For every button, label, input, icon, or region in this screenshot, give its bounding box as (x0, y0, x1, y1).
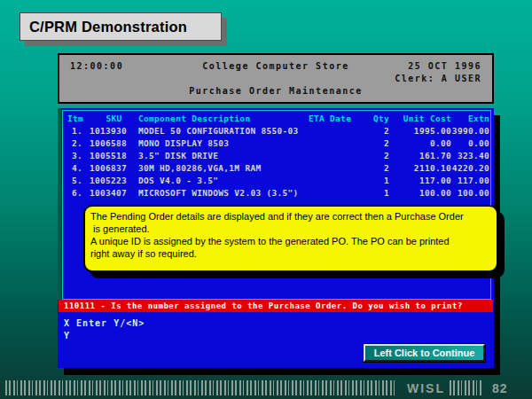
table-cell: 30M HD,80286,VGA,1M RAM (138, 162, 307, 175)
table-cell: 1995.00 (389, 125, 451, 137)
table-cell: 117.00 (451, 175, 490, 187)
table-cell: 5. (63, 175, 90, 187)
table-header-cell: Component Description (138, 113, 307, 125)
table-cell (307, 150, 360, 162)
terminal-date: 25 OCT 1996 (70, 61, 481, 71)
table-cell: 3990.00 (451, 125, 490, 137)
callout-box: The Pending Order details are displayed … (83, 205, 498, 272)
barcode-decoration (5, 380, 396, 395)
table-header-cell: Unit Cost (389, 113, 451, 125)
table-cell (307, 175, 360, 187)
slide-title: C/PRM Demonstration (20, 19, 187, 35)
table-cell: MODEL 50 CONFIGURATION 8550-03 (138, 125, 307, 137)
terminal-header: 12:00:00 College Computer Store 25 OCT 1… (58, 53, 494, 104)
table-row: 1.1013930MODEL 50 CONFIGURATION 8550-032… (63, 125, 490, 137)
table-cell: 3.5" DISK DRIVE (138, 150, 307, 162)
table-cell: 2110.10 (389, 162, 451, 175)
table-cell: MONO DISPLAY 8503 (138, 137, 307, 150)
table-cell: 1. (63, 125, 90, 137)
table-header-cell: ETA Date (307, 113, 360, 125)
table-cell: 323.40 (451, 150, 490, 162)
table-cell: 0.00 (451, 137, 490, 150)
table-header-cell: SKU (90, 113, 138, 125)
table-row: 5.1005223DOS V4.0 - 3.5"1117.00117.00 (63, 175, 490, 187)
continue-button-label: Left Click to Continue (374, 348, 475, 358)
table-cell: 4220.20 (451, 162, 490, 175)
table-header-cell: Qty (360, 113, 389, 125)
table-row: 4.100683730M HD,80286,VGA,1M RAM22110.10… (63, 162, 490, 175)
continue-button[interactable]: Left Click to Continue (364, 344, 485, 362)
table-cell: 1006837 (90, 162, 138, 175)
prompt-line: X Enter Y/<N> (64, 318, 145, 328)
table-header-cell: Extn (451, 113, 490, 125)
callout-text: The Pending Order details are displayed … (90, 210, 491, 260)
footer-brand: WISL (407, 381, 445, 395)
table-cell: 2 (360, 150, 389, 162)
table-cell: 2 (360, 125, 389, 137)
table-cell: 100.00 (451, 187, 490, 200)
table-cell: 1 (360, 175, 389, 187)
table-header-cell: Itm (63, 113, 90, 125)
table-cell: 1006588 (90, 137, 138, 150)
table-cell: 117.00 (389, 175, 451, 187)
slide-title-box: C/PRM Demonstration (20, 12, 222, 41)
table-cell: 0.00 (389, 137, 451, 150)
table-cell (307, 137, 360, 150)
table-cell: 6. (63, 187, 90, 200)
table-cell: 2 (360, 162, 389, 175)
table-cell (307, 187, 360, 200)
table-cell: 1003407 (90, 187, 138, 200)
table-cell: 161.70 (389, 150, 451, 162)
table-row: 3.10055183.5" DISK DRIVE2161.70323.40 (63, 150, 490, 162)
barcode-decoration (450, 380, 483, 395)
table-cell (307, 125, 360, 137)
table-cell: 100.00 (389, 187, 451, 200)
table-cell: 2. (63, 137, 90, 150)
table-cell: MICROSOFT WINDOWS V2.03 (3.5") (138, 187, 307, 200)
table-cell: 4. (63, 162, 90, 175)
table-row: 2.1006588MONO DISPLAY 850320.000.00 (63, 137, 490, 150)
table-header-row: ItmSKUComponent DescriptionETA DateQtyUn… (63, 113, 490, 125)
table-cell: 1005518 (90, 150, 138, 162)
table-cell: DOS V4.0 - 3.5" (138, 175, 307, 187)
terminal-screen-title: Purchase Order Maintenance (70, 86, 481, 96)
page-number: 82 (492, 381, 508, 395)
slide: { "slide": { "title": "C/PRM Demonstrati… (0, 0, 532, 399)
message-bar: 110111 - Is the number assigned to the P… (59, 300, 493, 312)
table-cell: 1005223 (90, 175, 138, 187)
table-row: 6.1003407MICROSOFT WINDOWS V2.03 (3.5")1… (63, 187, 490, 200)
table-cell: 1013930 (90, 125, 138, 137)
terminal-clerk: Clerk: A USER (70, 74, 481, 83)
table-cell (307, 162, 360, 175)
answer-line: Y (64, 331, 70, 340)
table-cell: 1 (360, 187, 389, 200)
table-cell: 2 (360, 137, 389, 150)
table-cell: 3. (63, 150, 90, 162)
